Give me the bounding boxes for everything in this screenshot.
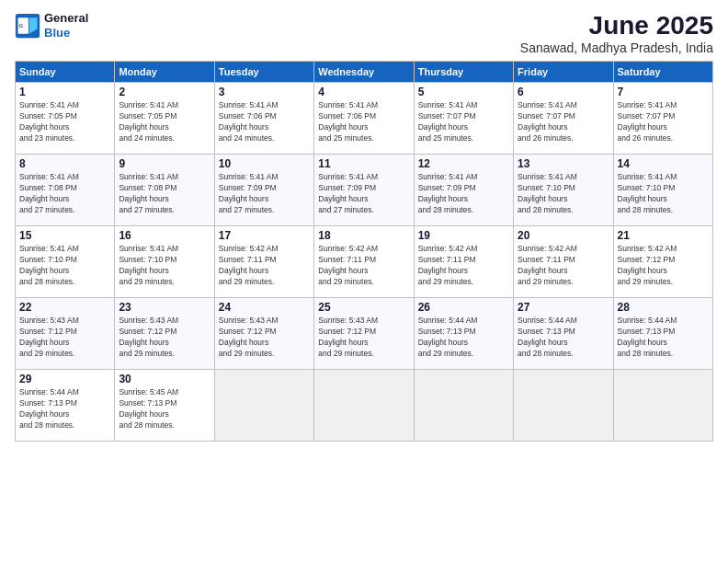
- calendar-cell: 25 Sunrise: 5:43 AM Sunset: 7:12 PM Dayl…: [314, 298, 414, 370]
- cell-text: Sunrise: 5:42 AM Sunset: 7:12 PM Dayligh…: [618, 244, 709, 288]
- day-number: 22: [19, 301, 110, 314]
- cell-text: Sunrise: 5:41 AM Sunset: 7:06 PM Dayligh…: [318, 100, 409, 144]
- day-number: 20: [518, 229, 609, 242]
- calendar-header-row: Sunday Monday Tuesday Wednesday Thursday…: [16, 62, 713, 83]
- cell-text: Sunrise: 5:43 AM Sunset: 7:12 PM Dayligh…: [318, 316, 409, 360]
- calendar-cell: 24 Sunrise: 5:43 AM Sunset: 7:12 PM Dayl…: [214, 298, 313, 370]
- calendar-cell: 30 Sunrise: 5:45 AM Sunset: 7:13 PM Dayl…: [115, 370, 214, 442]
- calendar-cell: 6 Sunrise: 5:41 AM Sunset: 7:07 PM Dayli…: [514, 83, 613, 155]
- cell-text: Sunrise: 5:41 AM Sunset: 7:10 PM Dayligh…: [518, 172, 609, 216]
- calendar-cell: 19 Sunrise: 5:42 AM Sunset: 7:11 PM Dayl…: [414, 226, 513, 298]
- day-number: 30: [119, 373, 210, 385]
- cell-text: Sunrise: 5:41 AM Sunset: 7:05 PM Dayligh…: [119, 100, 210, 144]
- calendar-cell: 14 Sunrise: 5:41 AM Sunset: 7:10 PM Dayl…: [613, 155, 712, 226]
- day-number: 27: [518, 301, 609, 314]
- main-title: June 2025: [520, 11, 713, 40]
- svg-text:G: G: [18, 21, 23, 28]
- day-number: 14: [618, 157, 709, 170]
- calendar-week-row: 8 Sunrise: 5:41 AM Sunset: 7:08 PM Dayli…: [16, 155, 713, 226]
- col-thursday: Thursday: [414, 62, 513, 83]
- day-number: 26: [418, 301, 509, 314]
- cell-text: Sunrise: 5:41 AM Sunset: 7:08 PM Dayligh…: [119, 172, 210, 216]
- col-saturday: Saturday: [613, 62, 712, 83]
- calendar-cell: 18 Sunrise: 5:42 AM Sunset: 7:11 PM Dayl…: [314, 226, 414, 298]
- cell-text: Sunrise: 5:44 AM Sunset: 7:13 PM Dayligh…: [518, 316, 609, 360]
- cell-text: Sunrise: 5:43 AM Sunset: 7:12 PM Dayligh…: [119, 316, 210, 360]
- calendar-cell: 11 Sunrise: 5:41 AM Sunset: 7:09 PM Dayl…: [314, 155, 414, 226]
- calendar-cell: 28 Sunrise: 5:44 AM Sunset: 7:13 PM Dayl…: [613, 298, 712, 370]
- day-number: 4: [318, 86, 409, 98]
- cell-text: Sunrise: 5:41 AM Sunset: 7:10 PM Dayligh…: [19, 244, 110, 288]
- day-number: 28: [618, 301, 709, 314]
- cell-text: Sunrise: 5:44 AM Sunset: 7:13 PM Dayligh…: [418, 316, 509, 360]
- calendar-cell: 29 Sunrise: 5:44 AM Sunset: 7:13 PM Dayl…: [16, 370, 115, 442]
- cell-text: Sunrise: 5:41 AM Sunset: 7:07 PM Dayligh…: [418, 100, 509, 144]
- logo-icon: G: [15, 13, 40, 39]
- day-number: 3: [219, 86, 310, 98]
- logo-blue: Blue: [44, 26, 70, 40]
- calendar-cell: 3 Sunrise: 5:41 AM Sunset: 7:06 PM Dayli…: [214, 83, 313, 155]
- calendar-cell: 27 Sunrise: 5:44 AM Sunset: 7:13 PM Dayl…: [514, 298, 613, 370]
- cell-text: Sunrise: 5:41 AM Sunset: 7:07 PM Dayligh…: [518, 100, 609, 144]
- header: G General Blue June 2025 Sanawad, Madhya…: [15, 11, 713, 55]
- calendar-cell: 12 Sunrise: 5:41 AM Sunset: 7:09 PM Dayl…: [414, 155, 513, 226]
- col-tuesday: Tuesday: [214, 62, 313, 83]
- day-number: 10: [219, 157, 310, 170]
- day-number: 25: [318, 301, 409, 314]
- day-number: 6: [518, 86, 609, 98]
- logo-text: General Blue: [44, 11, 88, 40]
- day-number: 19: [418, 229, 509, 242]
- cell-text: Sunrise: 5:41 AM Sunset: 7:10 PM Dayligh…: [119, 244, 210, 288]
- calendar-cell: 13 Sunrise: 5:41 AM Sunset: 7:10 PM Dayl…: [514, 155, 613, 226]
- calendar-cell: 7 Sunrise: 5:41 AM Sunset: 7:07 PM Dayli…: [613, 83, 712, 155]
- cell-text: Sunrise: 5:45 AM Sunset: 7:13 PM Dayligh…: [119, 387, 210, 431]
- cell-text: Sunrise: 5:43 AM Sunset: 7:12 PM Dayligh…: [19, 316, 110, 360]
- cell-text: Sunrise: 5:43 AM Sunset: 7:12 PM Dayligh…: [219, 316, 310, 360]
- day-number: 18: [318, 229, 409, 242]
- cell-text: Sunrise: 5:41 AM Sunset: 7:10 PM Dayligh…: [618, 172, 709, 216]
- calendar-cell: 20 Sunrise: 5:42 AM Sunset: 7:11 PM Dayl…: [514, 226, 613, 298]
- calendar-week-row: 1 Sunrise: 5:41 AM Sunset: 7:05 PM Dayli…: [16, 83, 713, 155]
- cell-text: Sunrise: 5:42 AM Sunset: 7:11 PM Dayligh…: [518, 244, 609, 288]
- logo-general: General: [44, 11, 88, 25]
- calendar-cell: 26 Sunrise: 5:44 AM Sunset: 7:13 PM Dayl…: [414, 298, 513, 370]
- day-number: 5: [418, 86, 509, 98]
- cell-text: Sunrise: 5:44 AM Sunset: 7:13 PM Dayligh…: [618, 316, 709, 360]
- day-number: 23: [119, 301, 210, 314]
- calendar-week-row: 22 Sunrise: 5:43 AM Sunset: 7:12 PM Dayl…: [16, 298, 713, 370]
- day-number: 13: [518, 157, 609, 170]
- calendar-cell: 16 Sunrise: 5:41 AM Sunset: 7:10 PM Dayl…: [115, 226, 214, 298]
- calendar-cell: 21 Sunrise: 5:42 AM Sunset: 7:12 PM Dayl…: [613, 226, 712, 298]
- calendar-table: Sunday Monday Tuesday Wednesday Thursday…: [15, 61, 713, 442]
- calendar-cell: 9 Sunrise: 5:41 AM Sunset: 7:08 PM Dayli…: [115, 155, 214, 226]
- col-wednesday: Wednesday: [314, 62, 414, 83]
- cell-text: Sunrise: 5:42 AM Sunset: 7:11 PM Dayligh…: [318, 244, 409, 288]
- col-monday: Monday: [115, 62, 214, 83]
- day-number: 21: [618, 229, 709, 242]
- calendar-cell: 17 Sunrise: 5:42 AM Sunset: 7:11 PM Dayl…: [214, 226, 313, 298]
- day-number: 8: [19, 157, 110, 170]
- page: G General Blue June 2025 Sanawad, Madhya…: [0, 0, 728, 563]
- calendar-week-row: 15 Sunrise: 5:41 AM Sunset: 7:10 PM Dayl…: [16, 226, 713, 298]
- col-sunday: Sunday: [16, 62, 115, 83]
- cell-text: Sunrise: 5:41 AM Sunset: 7:09 PM Dayligh…: [318, 172, 409, 216]
- day-number: 12: [418, 157, 509, 170]
- day-number: 2: [119, 86, 210, 98]
- cell-text: Sunrise: 5:41 AM Sunset: 7:05 PM Dayligh…: [19, 100, 110, 144]
- col-friday: Friday: [514, 62, 613, 83]
- calendar-cell: 22 Sunrise: 5:43 AM Sunset: 7:12 PM Dayl…: [16, 298, 115, 370]
- cell-text: Sunrise: 5:42 AM Sunset: 7:11 PM Dayligh…: [219, 244, 310, 288]
- day-number: 24: [219, 301, 310, 314]
- cell-text: Sunrise: 5:41 AM Sunset: 7:08 PM Dayligh…: [19, 172, 110, 216]
- day-number: 15: [19, 229, 110, 242]
- calendar-cell: 8 Sunrise: 5:41 AM Sunset: 7:08 PM Dayli…: [16, 155, 115, 226]
- calendar-cell: 1 Sunrise: 5:41 AM Sunset: 7:05 PM Dayli…: [16, 83, 115, 155]
- cell-text: Sunrise: 5:44 AM Sunset: 7:13 PM Dayligh…: [19, 387, 110, 431]
- calendar-cell: 23 Sunrise: 5:43 AM Sunset: 7:12 PM Dayl…: [115, 298, 214, 370]
- calendar-cell: 2 Sunrise: 5:41 AM Sunset: 7:05 PM Dayli…: [115, 83, 214, 155]
- title-block: June 2025 Sanawad, Madhya Pradesh, India: [520, 11, 713, 55]
- cell-text: Sunrise: 5:41 AM Sunset: 7:09 PM Dayligh…: [219, 172, 310, 216]
- subtitle: Sanawad, Madhya Pradesh, India: [520, 40, 713, 55]
- calendar-cell: 5 Sunrise: 5:41 AM Sunset: 7:07 PM Dayli…: [414, 83, 513, 155]
- calendar-cell: [314, 370, 414, 442]
